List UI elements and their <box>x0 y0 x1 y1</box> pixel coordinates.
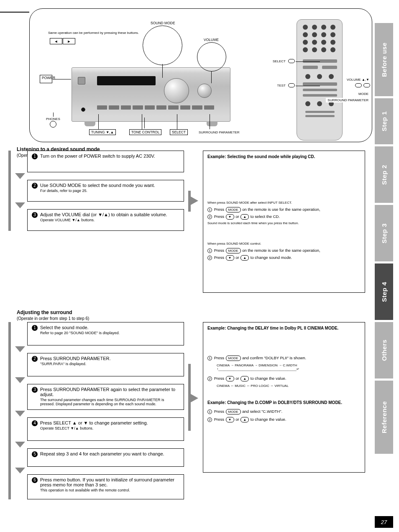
step-a2: 2Use SOUND MODE to select the sound mode… <box>27 180 184 202</box>
example-box-a: Example: Selecting the sound mode while … <box>203 151 365 293</box>
remote-bar <box>303 59 337 63</box>
flow-arrow-icon <box>15 202 25 208</box>
callout-volume <box>197 42 226 72</box>
flow-arrow-icon <box>15 346 25 352</box>
remote-number-grid <box>303 25 337 52</box>
callout-sound-mode <box>143 26 182 65</box>
flow-arrow-icon <box>15 411 25 417</box>
sound-mode-knob <box>164 78 189 103</box>
remote-vol-label: VOLUME ▲,▼ <box>345 77 371 82</box>
phones-jack-circle <box>50 121 56 128</box>
remote-bar <box>303 82 337 86</box>
remote-bar <box>305 115 335 117</box>
example-box-b: Example: Changing the DELAY time in Dolb… <box>203 322 365 473</box>
step-b1: 1Select the sound mode.Refer to page 20 … <box>27 322 184 345</box>
headphone-jack-icon <box>81 107 85 112</box>
remote-dot <box>305 74 310 79</box>
surround-label: SURROUND PARAMETER <box>197 130 241 135</box>
mode-keycap: MODE <box>226 207 241 212</box>
flow-arrow-icon <box>15 468 25 473</box>
remote-callout-up <box>355 83 362 87</box>
remote-bar <box>303 89 337 91</box>
remote-bar <box>303 94 337 97</box>
lead-line <box>162 64 163 78</box>
lead-line <box>53 113 54 117</box>
flow-row-2: CINEMA ↔ MUSIC ↔ PRO LOGIC ↔ VIRTUAL <box>217 384 361 388</box>
up-keycap: ▲ <box>240 214 249 220</box>
lead-line <box>211 72 212 83</box>
exA-block1-label: When press SOUND MODE after select INPUT… <box>207 201 361 205</box>
power-button-icon <box>78 77 85 84</box>
receiver-button-row <box>97 105 214 110</box>
lead-line <box>98 114 99 129</box>
left-bracket <box>8 151 11 231</box>
remote-mode-label: MODE <box>357 92 370 96</box>
tone-label: TONE CONTROL <box>129 129 161 135</box>
left-bracket <box>8 322 11 499</box>
step-b6: 6Press memo button. If you want to initi… <box>27 474 184 499</box>
tuning-label: TUNING ▼,▲ <box>89 129 116 135</box>
sound-mode-label: SOUND MODE <box>149 20 177 26</box>
remote-callout-down <box>363 83 370 87</box>
step-a1: 1Turn on the power of POWER switch to su… <box>27 151 184 172</box>
step-a3: 3Adjust the VOLUME dial (or ▼/▲) to obta… <box>27 209 184 231</box>
flow-arrow-icon <box>15 442 25 448</box>
lead-line <box>177 114 177 129</box>
remote-surr-label: SURROUND PARAMETER <box>326 98 370 102</box>
flow-arrow-right-icon <box>191 197 198 205</box>
remote-bar <box>305 111 335 113</box>
remote-dot <box>305 101 310 106</box>
volume-label: VOLUME <box>202 37 220 42</box>
lead-line <box>296 86 320 86</box>
remote-select-label: SELECT <box>271 59 287 64</box>
lead-line <box>210 114 210 129</box>
select-label: SELECT <box>170 129 188 135</box>
down-keycap: ▼ <box>226 214 234 220</box>
remote-dot <box>329 74 334 79</box>
exA-block2-label: When press SOUND MODE control. <box>207 242 361 246</box>
remote-dot <box>317 74 322 79</box>
remote-callout-select <box>288 59 295 63</box>
tab-step3[interactable]: Step 3 <box>375 205 393 261</box>
tab-before-use[interactable]: Before use <box>375 23 393 96</box>
tab-reference[interactable]: Reference <box>375 381 393 454</box>
lead-line <box>144 118 145 128</box>
power-label: POWER <box>40 75 52 83</box>
lead-line <box>53 79 71 79</box>
tuning-button-pair: ◄► <box>50 38 75 44</box>
receiver-unit <box>72 67 230 122</box>
step-b3: 3Press SURROUND PARAMETER again to selec… <box>27 384 184 410</box>
remote-control <box>297 19 343 141</box>
page-number: 27 <box>375 516 393 528</box>
remote-dot <box>317 101 322 106</box>
remote-bar <box>322 66 337 69</box>
side-tabs: Before use Step 1 Step 2 Step 3 Step 4 O… <box>375 23 393 456</box>
lead-line <box>296 61 320 62</box>
flow-arrow-right-icon <box>191 394 198 402</box>
remote-test-label: TEST <box>276 83 287 88</box>
tab-others[interactable]: Others <box>375 322 393 379</box>
remote-callout-test <box>288 83 295 87</box>
remote-bar <box>303 66 318 69</box>
example-b-heading: Example: Changing the DELAY time in Dolb… <box>207 326 338 330</box>
volume-knob <box>197 84 212 98</box>
example-b-heading2: Example: Changing the D.COMP in DOLBY/DT… <box>207 400 342 405</box>
device-overview-panel: ◄► Same operation can be performed by pr… <box>29 8 372 142</box>
tab-step4[interactable]: Step 4 <box>375 263 393 320</box>
tab-step1[interactable]: Step 1 <box>375 98 393 144</box>
lead-line <box>142 114 142 129</box>
receiver-display <box>97 76 156 85</box>
tab-step2[interactable]: Step 2 <box>375 146 393 203</box>
section-b-title: Adjusting the surround (Operate in order… <box>17 309 89 321</box>
step-b2: 2Press SURROUND PARAMETER."SURR.PARA" is… <box>27 353 184 376</box>
flow-arrow-icon <box>15 173 25 179</box>
step-b5: 5Repeat step 3 and 4 for each parameter … <box>27 448 184 467</box>
example-a-heading: Example: Selecting the sound mode while … <box>207 154 315 159</box>
flow-arrow-icon <box>15 377 25 383</box>
flow-row-1: CINEMA → PANORAMA → DIMENSION → C.WIDTH <box>217 363 361 367</box>
step-b4: 4Press SELECT ▲ or ▼ to change parameter… <box>27 417 184 441</box>
tuning-note: Same operation can be performed by press… <box>46 31 141 35</box>
page-stub-line <box>0 12 29 13</box>
